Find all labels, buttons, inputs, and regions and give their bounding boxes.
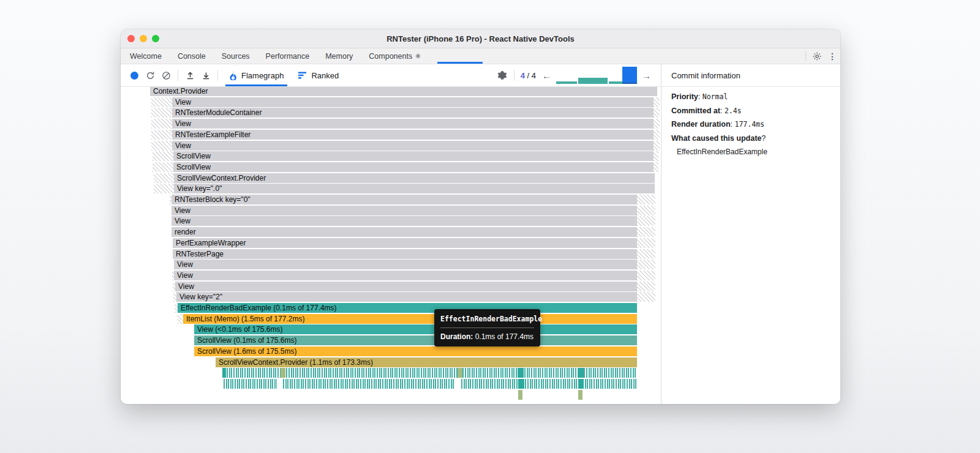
- flame-bar-label: RNTesterPage: [173, 249, 637, 259]
- flame-hatch-right: [637, 227, 655, 237]
- flame-hatch-left: [154, 173, 174, 183]
- flame-bar[interactable]: [578, 368, 584, 378]
- flame-bar[interactable]: ScrollView (1.6ms of 175.5ms): [194, 346, 637, 356]
- flame-hatch-left: [153, 162, 173, 172]
- cause-component[interactable]: EffectInRenderBadExample: [671, 148, 832, 156]
- commit-bar-selected[interactable]: [622, 67, 637, 84]
- flame-bar-label: ScrollViewContext.Provider: [174, 173, 655, 183]
- flame-bar[interactable]: [578, 390, 582, 400]
- flame-bar[interactable]: ScrollViewContext.Provider: [174, 173, 655, 183]
- previous-commit-button[interactable]: ←: [538, 70, 555, 81]
- flame-bar[interactable]: View: [172, 141, 654, 151]
- flame-bar[interactable]: [222, 368, 226, 378]
- tab-profiler-active[interactable]: [437, 48, 483, 64]
- flame-bar[interactable]: View key=".0": [174, 184, 655, 193]
- flame-bar[interactable]: View: [172, 119, 654, 129]
- flame-hatch-right: [654, 141, 660, 151]
- divider: [514, 70, 514, 81]
- tab-components[interactable]: Components: [361, 48, 429, 64]
- flame-bar[interactable]: View (<0.1ms of 175.6ms): [194, 324, 637, 334]
- load-profile-button[interactable]: [182, 67, 198, 83]
- flame-hatch-right: [637, 271, 655, 280]
- commit-bar[interactable]: [556, 81, 577, 84]
- commit-selector-chart[interactable]: [556, 66, 637, 84]
- tab-sources[interactable]: Sources: [214, 48, 258, 64]
- commit-information-header: Commit information: [661, 64, 840, 86]
- flame-bar[interactable]: View: [175, 282, 637, 291]
- flame-bar[interactable]: Context.Provider: [150, 87, 657, 96]
- flame-bar-label: ScrollView (1.6ms of 175.5ms): [194, 346, 637, 356]
- flame-hatch-right: [654, 119, 660, 129]
- flame-hatch-left: [151, 97, 172, 107]
- commit-bar[interactable]: [609, 81, 622, 84]
- profiler-settings-button[interactable]: [494, 67, 510, 83]
- flame-hatch-left: [154, 184, 174, 193]
- flame-bar[interactable]: render: [172, 227, 637, 237]
- tab-console[interactable]: Console: [170, 48, 214, 64]
- flame-bar[interactable]: [518, 379, 524, 389]
- flame-bar[interactable]: ItemList (Memo) (1.5ms of 177.2ms): [183, 314, 637, 324]
- save-profile-button[interactable]: [198, 67, 214, 83]
- flamegraph: Context.ProviderViewRNTesterModuleContai…: [121, 87, 661, 404]
- zoom-window-button[interactable]: [152, 35, 159, 42]
- devtools-window: RNTester (iPhone 16 Pro) - React Native …: [121, 29, 840, 404]
- content-area: Context.ProviderViewRNTesterModuleContai…: [121, 87, 840, 404]
- flame-bar-label: View (<0.1ms of 175.6ms): [194, 324, 637, 334]
- record-button[interactable]: [126, 67, 142, 83]
- flame-bar-label: View: [175, 282, 637, 291]
- settings-gear-icon[interactable]: [812, 51, 822, 61]
- tab-welcome[interactable]: Welcome: [122, 48, 170, 64]
- flame-bar[interactable]: View: [172, 97, 654, 107]
- flame-bar[interactable]: ScrollViewContext.Provider (1.1ms of 173…: [216, 358, 637, 367]
- flame-bar[interactable]: ScrollView: [173, 151, 654, 161]
- tab-strip: Welcome Console Sources Performance Memo…: [121, 48, 840, 64]
- flame-hatch-right: [654, 151, 658, 161]
- reload-profile-button[interactable]: [142, 67, 158, 83]
- flame-bar[interactable]: RNTesterExampleFilter: [172, 130, 654, 140]
- flame-bar[interactable]: View: [174, 271, 637, 280]
- flame-bar[interactable]: RNTesterPage: [173, 249, 637, 259]
- committed-at-field: Committed at: 2.4s: [671, 107, 832, 115]
- flame-hatch-right: [637, 260, 655, 269]
- ranked-tab-label: Ranked: [311, 71, 339, 80]
- flame-bar-label: RNTesterModuleContainer: [172, 108, 654, 118]
- flame-bar[interactable]: ScrollView (0.1ms of 175.6ms): [194, 335, 637, 345]
- flame-bar[interactable]: View: [172, 216, 637, 226]
- flame-micro-bars[interactable]: [283, 379, 454, 389]
- flame-micro-bars[interactable]: [461, 379, 637, 389]
- flame-bar-label: RNTesterExampleFilter: [172, 130, 654, 140]
- flame-bar[interactable]: [518, 390, 522, 400]
- tab-memory[interactable]: Memory: [317, 48, 361, 64]
- ranked-tab[interactable]: Ranked: [291, 64, 346, 86]
- next-commit-button[interactable]: →: [638, 70, 655, 81]
- flame-bar-label: ScrollView (0.1ms of 175.6ms): [194, 335, 637, 345]
- tab-performance[interactable]: Performance: [258, 48, 318, 64]
- flamegraph-tab[interactable]: Flamegraph: [222, 64, 291, 86]
- flame-bar-label: render: [172, 227, 637, 237]
- flame-bar[interactable]: [458, 368, 462, 378]
- flame-bar[interactable]: [281, 368, 285, 378]
- flame-icon: [229, 71, 237, 80]
- more-menu-icon[interactable]: ⋮: [828, 51, 837, 61]
- flame-bar-label: PerfExampleWrapper: [173, 238, 637, 248]
- flame-bar[interactable]: EffectInRenderBadExample (0.1ms of 177.4…: [178, 303, 637, 313]
- flame-bar-label: View: [172, 97, 654, 107]
- close-window-button[interactable]: [127, 35, 135, 42]
- flame-micro-bars[interactable]: [224, 379, 277, 389]
- commit-bar[interactable]: [578, 78, 608, 84]
- flame-bar[interactable]: View: [172, 206, 637, 215]
- flame-hatch-left: [151, 108, 172, 118]
- divider: [178, 70, 178, 81]
- flame-bar[interactable]: [518, 368, 524, 378]
- flame-bar[interactable]: PerfExampleWrapper: [173, 238, 637, 248]
- minimize-window-button[interactable]: [140, 35, 147, 42]
- priority-field: Priority: Normal: [671, 92, 832, 101]
- clear-profile-button[interactable]: [158, 67, 174, 83]
- flame-bar[interactable]: View: [174, 260, 637, 269]
- flame-bar[interactable]: RNTesterModuleContainer: [172, 108, 654, 118]
- flame-bar[interactable]: View key="2": [176, 292, 637, 302]
- tooltip-divider: [440, 328, 534, 328]
- flame-bar[interactable]: ScrollView: [173, 162, 654, 172]
- flame-bar[interactable]: RNTesterBlock key="0": [172, 195, 637, 204]
- flame-bar[interactable]: [578, 379, 584, 389]
